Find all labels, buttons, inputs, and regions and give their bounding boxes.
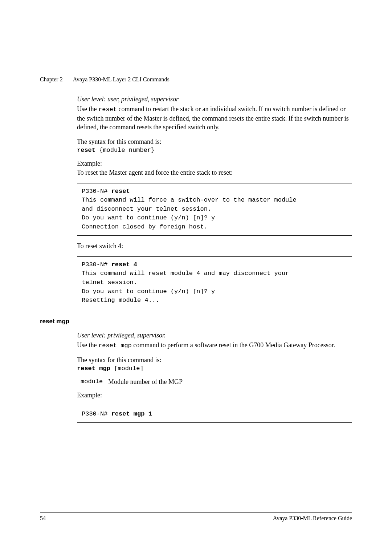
code-command: reset mgp 1 — [111, 410, 152, 417]
page-header: Chapter 2 Avaya P330-ML Layer 2 CLI Comm… — [40, 76, 352, 83]
example-description: To reset the Master agent and force the … — [77, 169, 352, 177]
example-label-2: Example: — [77, 392, 352, 399]
section-heading-reset-mgp: reset mgp — [40, 318, 352, 325]
page-number: 54 — [40, 515, 46, 522]
syntax-command-2: reset mgp — [77, 365, 110, 372]
intro-paragraph: Use the reset command to restart the sta… — [77, 105, 352, 132]
code-line: Do you want to continue (y/n) [n]? y — [82, 214, 215, 221]
code-line: and disconnect your telnet session. — [82, 206, 211, 212]
chapter-title: Avaya P330-ML Layer 2 CLI Commands — [73, 76, 170, 83]
doc-title: Avaya P330-ML Reference Guide — [273, 515, 352, 522]
code-command: reset 4 — [111, 261, 137, 268]
syntax-label-2: The syntax for this command is: — [77, 356, 352, 364]
code-line: Resetting module 4... — [82, 297, 159, 304]
syntax-line: reset {module number} — [77, 147, 352, 154]
user-level-text: User level: user, privileged, supervisor — [77, 96, 352, 103]
footer-row: 54 Avaya P330-ML Reference Guide — [40, 515, 352, 522]
page: Chapter 2 Avaya P330-ML Layer 2 CLI Comm… — [0, 0, 392, 423]
code-box-reset-mgp: P330-N# reset mgp 1 — [77, 406, 352, 423]
code-line: Connection closed by foreign host. — [82, 223, 208, 230]
param-row: module Module number of the MGP — [77, 378, 352, 386]
code-prompt: P330-N# — [82, 261, 111, 268]
intro-paragraph-2: Use the reset mgp command to perform a s… — [77, 341, 352, 350]
code-line: This command will reset module 4 and may… — [82, 270, 289, 277]
syntax-line-2: reset mgp [module] — [77, 365, 352, 372]
intro-pre-2: Use the — [77, 341, 98, 349]
code-line: Do you want to continue (y/n) [n]? y — [82, 288, 215, 295]
syntax-args-2: [module] — [110, 365, 144, 372]
example-description-2: To reset switch 4: — [77, 242, 352, 250]
chapter-label: Chapter 2 — [40, 76, 63, 83]
param-description: Module number of the MGP — [108, 378, 183, 386]
code-command: reset — [111, 188, 130, 195]
code-line: telnet session. — [82, 279, 137, 286]
syntax-command: reset — [77, 147, 95, 154]
code-prompt: P330-N# — [82, 410, 111, 417]
syntax-label: The syntax for this command is: — [77, 138, 352, 146]
intro-pre: Use the — [77, 105, 98, 113]
code-prompt: P330-N# — [82, 188, 111, 195]
footer-rule — [40, 513, 352, 513]
intro-post-2: command to perform a software reset in t… — [132, 341, 335, 349]
header-rule — [40, 87, 352, 87]
content-area-2: User level: privileged, supervisor. Use … — [40, 332, 352, 423]
user-level-text-2: User level: privileged, supervisor. — [77, 332, 352, 339]
code-box-reset-4: P330-N# reset 4 This command will reset … — [77, 256, 352, 309]
intro-post: command to restart the stack or an indiv… — [77, 105, 349, 131]
page-footer: 54 Avaya P330-ML Reference Guide — [40, 513, 352, 522]
intro-command: reset — [98, 106, 117, 113]
intro-command-2: reset mgp — [98, 342, 132, 349]
syntax-args: {module number} — [95, 147, 155, 154]
code-line: This command will force a switch-over to… — [82, 197, 297, 203]
content-area: User level: user, privileged, supervisor… — [40, 96, 352, 309]
example-label: Example: — [77, 160, 352, 167]
param-name: module — [77, 378, 108, 386]
code-box-reset: P330-N# reset This command will force a … — [77, 183, 352, 236]
